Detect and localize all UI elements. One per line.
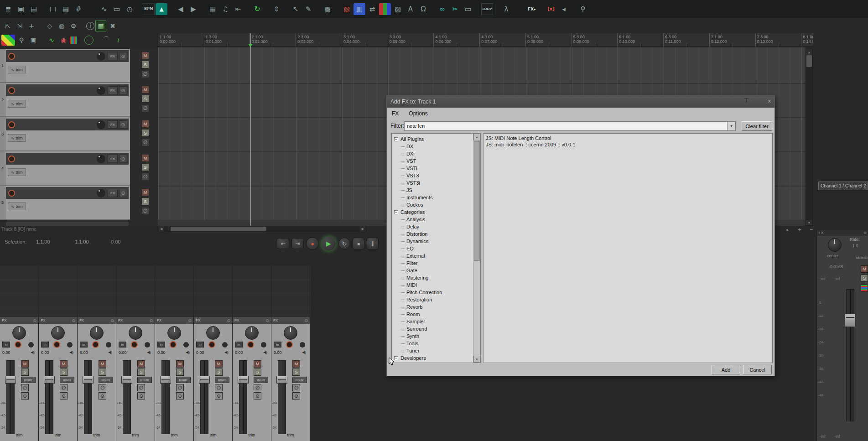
pan-knob[interactable] [206, 326, 220, 340]
fx-play-button[interactable]: FX▸ [526, 3, 538, 15]
speaker-icon[interactable]: ◀) [224, 350, 229, 354]
add-track-button[interactable]: + [26, 21, 37, 31]
input-button[interactable]: in [80, 342, 88, 348]
rewind-button[interactable]: ◀ [175, 3, 187, 15]
fader-handle[interactable] [83, 376, 94, 384]
routing-matrix-icon[interactable]: # [73, 3, 84, 15]
record-arm-button[interactable] [8, 121, 15, 128]
tree-item[interactable]: Delay [392, 223, 480, 230]
ruler-mark[interactable]: 3.1.00 0:04.000 [342, 33, 388, 47]
track-envelope-button[interactable]: ⊙ [119, 52, 127, 60]
grid-snap-button[interactable]: ▦ [95, 21, 106, 31]
pan-knob[interactable] [245, 326, 259, 340]
add-button[interactable]: Add [712, 365, 740, 374]
pan-knob[interactable] [129, 326, 142, 340]
hand-tool-button[interactable] [84, 36, 94, 45]
fader-handle[interactable] [276, 376, 287, 384]
solo-button[interactable]: S [141, 95, 149, 103]
scroll-down-arrow[interactable]: ▼ [806, 220, 812, 225]
trim-envelope-chip[interactable]: ∿ trim [8, 100, 26, 108]
phase-button[interactable]: ∅ [60, 384, 68, 391]
tree-item[interactable]: VSTi [392, 165, 480, 172]
scroll-right-arrow[interactable]: ▶ [360, 226, 366, 232]
pan-knob[interactable] [167, 326, 181, 340]
phase-button[interactable]: ∅ [141, 207, 149, 215]
tree-scroll-handle[interactable] [474, 141, 480, 261]
route-button[interactable]: Route [292, 377, 307, 383]
ruler-mark[interactable]: 7.1.00 0:12.000 [709, 33, 755, 47]
track-fx-button[interactable]: FX [108, 155, 118, 163]
save-icon[interactable]: ▣ [15, 3, 27, 15]
volume-fader[interactable] [161, 360, 170, 434]
pause-button[interactable]: ∥ [367, 238, 379, 249]
tree-item[interactable]: DXi [392, 150, 480, 157]
tree-expander-icon[interactable]: − [394, 210, 398, 214]
strip-envelope-icon[interactable]: ⊙ [149, 318, 153, 323]
strip-envelope-icon[interactable]: ⊙ [72, 318, 75, 323]
fader-handle[interactable] [238, 376, 249, 384]
playrate-knob[interactable] [828, 238, 842, 252]
envelope-button[interactable]: ⊙ [176, 392, 184, 399]
volume-fader[interactable] [84, 360, 92, 434]
horizontal-scroll-handle[interactable] [171, 227, 266, 231]
tree-item[interactable]: Synth [392, 332, 480, 340]
solo-button[interactable]: S [99, 368, 106, 376]
strip-fx-button[interactable]: FX [2, 318, 6, 322]
docker-button[interactable]: ▨ [392, 3, 404, 15]
volume-knob[interactable] [97, 189, 105, 197]
track-fx-button[interactable]: FX [108, 189, 118, 197]
ruler-mark[interactable]: 7.3.00 0:13.000 [755, 33, 801, 47]
speaker-icon[interactable]: ◀) [108, 350, 112, 354]
trim-envelope-chip[interactable]: ∿ trim [8, 168, 26, 176]
solo-button[interactable]: S [21, 368, 29, 376]
tree-item[interactable]: Tools [392, 340, 480, 347]
track-fx-button[interactable]: FX [108, 86, 118, 94]
selection-length-value[interactable]: 0.00 [111, 239, 120, 244]
envelope-point-button[interactable]: ⌒ [101, 35, 112, 46]
volume-fader[interactable] [45, 360, 53, 434]
tree-item[interactable]: Filter [392, 259, 480, 267]
strip-fx-button[interactable]: FX [234, 318, 239, 322]
master-mute-button[interactable]: M [861, 265, 868, 273]
width-knob[interactable] [67, 342, 73, 348]
trim-envelope-chip[interactable]: ∿ trim [8, 134, 26, 142]
envelope-button[interactable]: ⊙ [292, 392, 300, 399]
tree-item[interactable]: Dynamics [392, 238, 480, 245]
plugin-result-item[interactable]: JS: MIDI Note Length Control [486, 135, 770, 142]
phase-button[interactable]: ∅ [21, 384, 29, 391]
track-envelope-button[interactable]: ⊙ [119, 155, 127, 163]
tree-item[interactable]: External [392, 252, 480, 259]
tree-item[interactable]: Distortion [392, 230, 480, 238]
volume-knob[interactable] [97, 120, 105, 129]
master-fader[interactable] [846, 289, 854, 421]
fade-button[interactable]: ▧ [341, 3, 353, 15]
route-button[interactable]: Route [254, 377, 268, 383]
insert-marker-button[interactable]: ◂ [558, 3, 570, 15]
new-project-icon[interactable]: ▢ [47, 3, 59, 15]
volume-fader[interactable] [123, 360, 131, 434]
ruler-mark[interactable]: 5.1.00 0:08.000 [525, 33, 572, 47]
goto-start-button-toolbar[interactable]: ⇤ [232, 3, 244, 15]
speaker-icon[interactable]: ◀) [31, 350, 35, 354]
dialog-titlebar[interactable]: Add FX to: Track 1 ⊤ x [387, 96, 774, 108]
route-button[interactable]: Route [60, 377, 74, 383]
timeline-ruler[interactable]: 1.1.00 0:00.000 1.3.00 0:01.000 2.1.00 0… [158, 33, 813, 47]
meter-bars-button[interactable] [70, 36, 77, 44]
metronome-button[interactable]: ▲ [156, 3, 167, 15]
master-fader-handle[interactable] [845, 313, 856, 327]
record-button[interactable]: ● [306, 237, 319, 250]
mute-button[interactable]: M [141, 52, 149, 59]
width-knob[interactable] [145, 342, 150, 348]
strip-envelope-icon[interactable]: ⊙ [304, 318, 308, 323]
solo-button[interactable]: S [215, 368, 223, 376]
speaker-icon[interactable]: ◀) [263, 350, 267, 354]
ruler-mark[interactable]: 3.3.00 0:05.000 [388, 33, 434, 47]
track-fx-button[interactable]: FX [108, 52, 118, 60]
speaker-icon[interactable]: ◀) [147, 350, 151, 354]
envelope-button[interactable]: ⊙ [60, 392, 68, 399]
volume-knob[interactable] [97, 155, 105, 163]
strip-fx-button[interactable]: FX [41, 318, 45, 322]
loop-points-button[interactable]: LOOP [481, 3, 493, 15]
track-panel[interactable]: 4 FX ⊙ ∿ trim [0, 151, 130, 186]
grid-lines-button[interactable]: ▦ [207, 3, 218, 15]
